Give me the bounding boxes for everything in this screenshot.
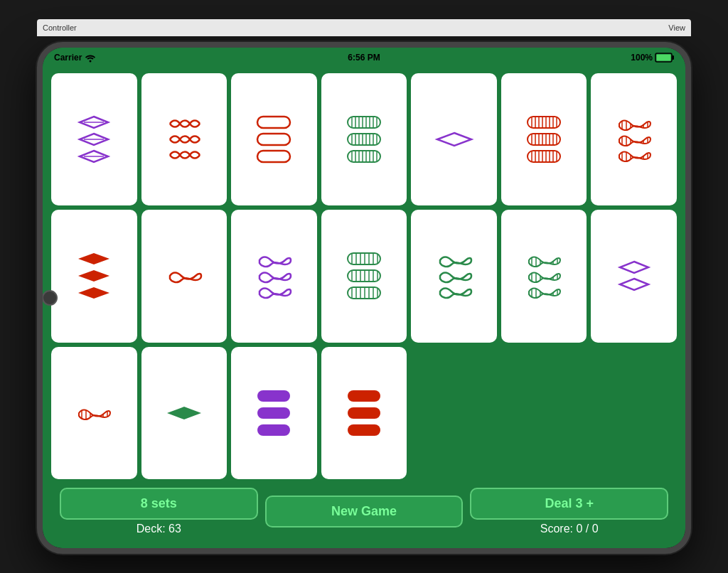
sets-section: 8 sets Deck: 63 [60,488,258,535]
svg-marker-146 [620,262,648,273]
card-9[interactable] [141,210,228,342]
svg-rect-14 [348,117,380,128]
svg-rect-34 [348,151,380,162]
card-12[interactable] [411,210,497,342]
home-button[interactable] [42,290,58,306]
status-bar: Carrier 6:56 PM 100% [43,48,685,68]
card-10[interactable] [231,210,317,342]
card-11[interactable] [321,210,407,342]
card-3[interactable] [231,73,317,205]
time-display: 6:56 PM [348,53,380,63]
svg-rect-65 [528,151,560,162]
svg-rect-54 [528,134,560,145]
svg-point-0 [90,60,92,63]
card-16[interactable] [141,347,228,479]
card-14[interactable] [591,210,677,342]
svg-rect-159 [348,390,380,402]
deal-section: Deal 3 + Score: 0 / 0 [470,488,668,535]
card-6[interactable] [501,73,587,205]
svg-rect-23 [348,134,380,145]
svg-rect-10 [257,117,290,128]
svg-rect-11 [257,134,290,145]
card-13[interactable] [501,210,587,342]
svg-rect-3 [657,55,671,61]
card-1[interactable] [51,73,137,205]
svg-rect-64 [528,151,560,162]
svg-marker-43 [437,133,471,146]
bottom-bar: 8 sets Deck: 63 New Game Deal 3 + Score:… [51,483,677,542]
view-label: View [668,23,685,32]
card-row-1 [51,73,677,205]
deal-button[interactable]: Deal 3 + [470,488,668,520]
svg-marker-96 [78,270,109,282]
svg-rect-33 [348,151,380,162]
svg-rect-161 [348,424,380,436]
new-game-button[interactable]: New Game [265,496,464,528]
card-empty-2 [501,347,587,479]
svg-rect-156 [257,390,290,402]
card-empty-1 [411,347,497,479]
svg-rect-157 [257,407,290,419]
game-area: 8 sets Deck: 63 New Game Deal 3 + Score:… [43,68,685,548]
card-row-3 [51,347,677,479]
card-4[interactable] [321,73,407,205]
svg-rect-55 [528,134,560,145]
device-screen: Carrier 6:56 PM 100% [43,48,685,548]
score-label: Score: 0 / 0 [540,523,599,535]
svg-rect-2 [672,55,674,60]
svg-rect-99 [348,253,380,264]
svg-rect-12 [257,151,290,162]
battery-icon [655,53,674,63]
carrier-label: Carrier [54,53,82,63]
svg-rect-98 [348,253,380,264]
svg-rect-24 [348,134,380,145]
card-empty-3 [591,347,677,479]
svg-rect-116 [348,287,380,299]
card-row-2 [51,210,677,342]
battery-label: 100% [631,53,653,63]
svg-marker-97 [78,287,109,299]
svg-rect-108 [348,270,380,282]
new-game-section: New Game [265,496,464,528]
svg-rect-117 [348,287,380,299]
card-5[interactable] [411,73,497,205]
card-7[interactable] [591,73,677,205]
svg-rect-107 [348,270,380,282]
card-8[interactable] [51,210,137,342]
ipad-device: Carrier 6:56 PM 100% [37,42,691,554]
card-17[interactable] [231,347,317,479]
controller-label: Controller [43,23,77,32]
deck-label: Deck: 63 [136,523,181,535]
wifi-icon [85,53,96,62]
svg-rect-158 [257,424,290,436]
card-15[interactable] [51,347,137,479]
svg-marker-155 [167,407,201,419]
svg-rect-13 [348,117,380,128]
card-18[interactable] [321,347,407,479]
card-2[interactable] [141,73,228,205]
svg-marker-95 [78,253,109,264]
svg-rect-160 [348,407,380,419]
sets-button[interactable]: 8 sets [60,488,258,520]
svg-marker-147 [620,279,648,290]
svg-rect-44 [528,117,560,128]
svg-rect-45 [528,117,560,128]
